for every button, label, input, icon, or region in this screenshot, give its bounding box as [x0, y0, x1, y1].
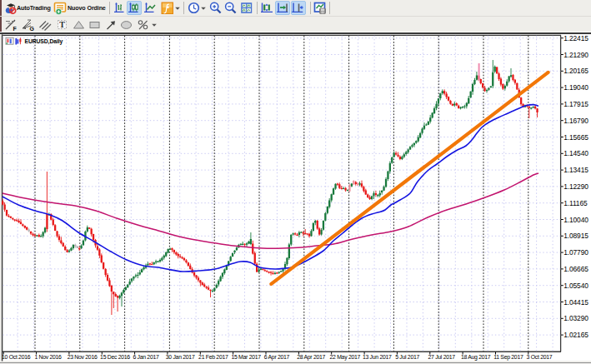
- svg-text:15 Dec 2016: 15 Dec 2016: [100, 354, 130, 360]
- svg-text:1.05540: 1.05540: [563, 282, 588, 290]
- svg-text:1.07790: 1.07790: [563, 248, 588, 257]
- svg-text:27 Jul 2017: 27 Jul 2017: [428, 354, 456, 360]
- svg-text:1.02165: 1.02165: [563, 331, 588, 339]
- svg-text:1.13415: 1.13415: [563, 166, 588, 174]
- svg-text:1.06665: 1.06665: [563, 265, 588, 273]
- svg-text:1.19040: 1.19040: [563, 83, 588, 92]
- svg-text:1.10040: 1.10040: [563, 216, 588, 224]
- svg-text:1.12290: 1.12290: [563, 182, 588, 191]
- svg-text:22 May 2017: 22 May 2017: [330, 354, 361, 361]
- svg-text:1.14540: 1.14540: [563, 149, 588, 157]
- svg-text:1.17915: 1.17915: [563, 100, 588, 108]
- svg-text:5 Jul 2017: 5 Jul 2017: [395, 354, 419, 360]
- svg-text:1.21290: 1.21290: [563, 51, 588, 59]
- svg-text:15 Mar 2017: 15 Mar 2017: [231, 354, 261, 360]
- svg-text:1.22415: 1.22415: [563, 34, 588, 42]
- svg-text:30 Jan 2017: 30 Jan 2017: [166, 354, 195, 360]
- svg-text:6 Apr 2017: 6 Apr 2017: [264, 354, 290, 361]
- svg-text:1.04415: 1.04415: [563, 298, 588, 307]
- svg-text:1.03290: 1.03290: [563, 314, 588, 322]
- svg-text:EURUSD,Daily: EURUSD,Daily: [25, 38, 63, 45]
- svg-text:28 Apr 2017: 28 Apr 2017: [297, 354, 325, 361]
- svg-text:1.20165: 1.20165: [563, 67, 588, 75]
- svg-text:1.11165: 1.11165: [563, 199, 588, 207]
- svg-text:10 Oct 2016: 10 Oct 2016: [2, 354, 31, 360]
- svg-text:6 Jan 2017: 6 Jan 2017: [133, 354, 159, 360]
- svg-text:13 Jun 2017: 13 Jun 2017: [363, 354, 392, 360]
- svg-text:23 Nov 2016: 23 Nov 2016: [68, 354, 98, 360]
- svg-text:1.15665: 1.15665: [563, 133, 588, 142]
- svg-text:21 Feb 2017: 21 Feb 2017: [198, 354, 228, 360]
- svg-text:1 Nov 2016: 1 Nov 2016: [34, 354, 62, 360]
- svg-text:1.16790: 1.16790: [563, 117, 588, 125]
- svg-text:11 Sep 2017: 11 Sep 2017: [493, 354, 523, 361]
- svg-text:18 Aug 2017: 18 Aug 2017: [461, 354, 491, 361]
- svg-text:1.08915: 1.08915: [563, 232, 588, 240]
- svg-text:3 Oct 2017: 3 Oct 2017: [527, 354, 553, 360]
